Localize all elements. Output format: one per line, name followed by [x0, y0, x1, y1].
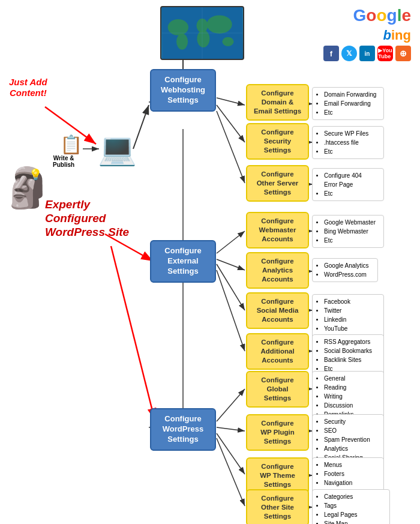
svg-line-22	[217, 270, 245, 351]
domain-email-box[interactable]: ConfigureDomain &Email Settings	[246, 84, 309, 121]
domain-list: Domain Forwarding Email Forwarding Etc	[312, 87, 384, 120]
additional-accounts-list: RSS Aggregators Social Bookmarks Backlin…	[312, 334, 384, 376]
just-add-content-label: Just AddContent!	[9, 77, 47, 98]
thinker-statue: 🗿	[3, 168, 52, 207]
webmaster-list: Google Webmaster Bing Webmaster Etc	[312, 215, 384, 248]
svg-point-2	[176, 34, 188, 50]
facebook-icon: f	[323, 46, 339, 61]
global-settings-box[interactable]: ConfigureGlobalSettings	[246, 371, 309, 408]
security-list: Secure WP Files .htaccess file Etc	[312, 126, 384, 159]
google-logo: Google	[353, 6, 411, 25]
expertly-configured-text: ExpertlyConfiguredWordPress Site	[45, 198, 129, 239]
top-logos: Google bing f 𝕏 in ▶YouTube ⊕	[323, 6, 411, 61]
svg-line-31	[111, 246, 155, 420]
svg-line-17	[217, 105, 245, 142]
laptop-icon: 💻	[98, 131, 137, 167]
lightbulb-icon: 💡	[29, 168, 42, 181]
write-publish-label: Write &Publish	[53, 155, 74, 168]
svg-point-4	[197, 30, 209, 47]
bing-logo: bing	[383, 28, 411, 43]
theme-settings-box[interactable]: ConfigureWP ThemeSettings	[246, 457, 309, 494]
svg-line-16	[217, 98, 245, 105]
social-icons-row: f 𝕏 in ▶YouTube ⊕	[323, 46, 411, 61]
svg-line-20	[217, 259, 245, 270]
svg-line-23	[217, 389, 245, 421]
linkedin-icon: in	[359, 46, 375, 61]
other-site-settings-list: Categories Tags Legal Pages Site Map Red…	[312, 489, 390, 524]
svg-line-25	[217, 433, 245, 474]
svg-point-5	[207, 15, 232, 34]
world-map	[160, 6, 244, 60]
svg-line-18	[217, 111, 245, 183]
analytics-list: Google Analytics WordPress.com	[312, 258, 378, 282]
webhosting-settings-box[interactable]: Configure Webhosting Settings	[150, 69, 216, 112]
security-settings-box[interactable]: ConfigureSecuritySettings	[246, 123, 309, 160]
svg-line-21	[217, 264, 245, 310]
other-server-box[interactable]: ConfigureOther ServerSettings	[246, 165, 309, 202]
social-media-accounts-box[interactable]: ConfigureSocial MediaAccounts	[246, 292, 309, 329]
analytics-accounts-box[interactable]: ConfigureAnalyticsAccounts	[246, 252, 309, 289]
other-server-list: Configure 404Error Page Etc	[312, 168, 384, 201]
webmaster-accounts-box[interactable]: ConfigureWebmasterAccounts	[246, 212, 309, 248]
svg-line-19	[217, 231, 245, 253]
rss-icon: ⊕	[395, 46, 411, 61]
notebook-icon: 📋	[60, 134, 82, 155]
wordpress-settings-box[interactable]: Configure WordPress Settings	[150, 408, 216, 451]
svg-line-24	[217, 427, 245, 431]
svg-line-26	[217, 438, 245, 506]
other-site-settings-box[interactable]: ConfigureOther SiteSettings	[246, 489, 309, 524]
youtube-icon: ▶YouTube	[377, 46, 393, 61]
svg-point-6	[222, 37, 233, 46]
additional-accounts-box[interactable]: ConfigureAdditionalAccounts	[246, 333, 309, 370]
twitter-icon: 𝕏	[341, 46, 357, 61]
external-settings-box[interactable]: Configure External Settings	[150, 240, 216, 283]
plugin-settings-box[interactable]: ConfigureWP PluginSettings	[246, 414, 309, 451]
